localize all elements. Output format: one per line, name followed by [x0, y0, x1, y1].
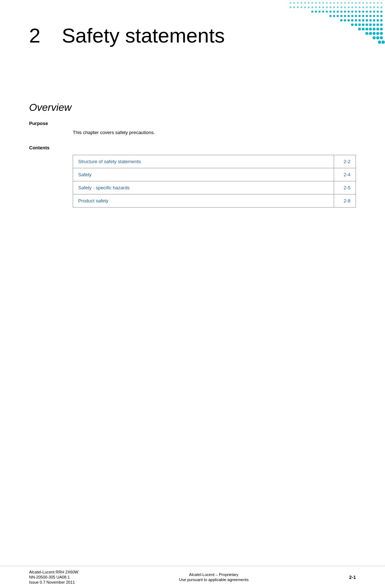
- svg-point-21: [366, 2, 368, 4]
- svg-point-85: [377, 15, 379, 17]
- svg-point-100: [355, 24, 357, 26]
- logo-dots: [283, 0, 385, 58]
- table-cell-label[interactable]: Structure of safety statements: [73, 155, 334, 168]
- svg-point-111: [369, 28, 372, 31]
- svg-point-81: [362, 15, 364, 17]
- footer: Alcatel-Lucent RRH 2X60W NN-20500-305 UA…: [0, 566, 385, 588]
- svg-point-18: [355, 2, 357, 4]
- footer-page-number: 2-1: [349, 575, 356, 580]
- svg-point-32: [312, 7, 313, 8]
- footer-left-line1: Alcatel-Lucent RRH 2X60W: [29, 570, 79, 574]
- svg-point-8: [319, 2, 321, 4]
- svg-point-14: [341, 2, 342, 4]
- svg-point-84: [373, 15, 375, 17]
- svg-point-101: [358, 24, 361, 26]
- svg-point-31: [308, 7, 310, 8]
- svg-point-68: [369, 11, 372, 13]
- table-row: Safety2-4: [73, 168, 356, 181]
- footer-left-line3: Issue 0.7 November 2011: [29, 580, 79, 584]
- svg-point-82: [366, 15, 368, 17]
- svg-point-28: [297, 7, 299, 8]
- svg-point-121: [376, 36, 379, 39]
- svg-point-105: [373, 24, 376, 26]
- svg-point-16: [348, 2, 350, 4]
- svg-point-4: [304, 2, 306, 4]
- svg-point-92: [358, 19, 361, 21]
- svg-point-124: [382, 41, 385, 44]
- svg-point-87: [340, 19, 342, 21]
- svg-point-60: [340, 11, 342, 13]
- table-cell-label[interactable]: Safety: [73, 168, 334, 181]
- svg-point-76: [344, 15, 346, 17]
- svg-point-39: [337, 7, 339, 8]
- svg-point-71: [380, 11, 382, 13]
- svg-point-73: [333, 15, 335, 17]
- svg-point-11: [330, 2, 332, 4]
- contents-label: Contents: [29, 145, 356, 150]
- svg-point-118: [376, 32, 379, 35]
- chapter-number: 2: [29, 25, 47, 46]
- table-cell-label[interactable]: Product safety: [73, 194, 334, 207]
- svg-point-96: [373, 19, 375, 21]
- table-row: Safety - specific hazards2-5: [73, 181, 356, 194]
- svg-point-7: [315, 2, 317, 4]
- svg-point-47: [366, 7, 368, 8]
- svg-point-55: [322, 11, 324, 13]
- svg-point-109: [362, 28, 365, 31]
- svg-point-40: [341, 7, 342, 8]
- svg-point-80: [358, 15, 361, 17]
- svg-point-30: [304, 7, 306, 8]
- svg-point-24: [377, 2, 379, 4]
- footer-left: Alcatel-Lucent RRH 2X60W NN-20500-305 UA…: [29, 570, 79, 584]
- svg-point-38: [333, 7, 335, 8]
- svg-point-62: [348, 11, 350, 13]
- svg-point-69: [373, 11, 375, 13]
- svg-point-119: [380, 32, 383, 35]
- table-cell-page: 2-4: [334, 168, 356, 181]
- svg-point-20: [362, 2, 364, 4]
- footer-center-line1: Alcatel-Lucent – Proprietary: [179, 572, 248, 577]
- svg-point-19: [359, 2, 361, 4]
- svg-point-113: [376, 28, 379, 31]
- svg-point-99: [351, 24, 354, 26]
- svg-point-33: [315, 7, 317, 8]
- table-cell-page: 2-8: [334, 194, 356, 207]
- svg-point-17: [352, 2, 353, 4]
- svg-point-83: [369, 15, 372, 17]
- svg-point-50: [377, 7, 379, 8]
- svg-point-61: [344, 11, 346, 13]
- svg-point-117: [373, 32, 376, 35]
- svg-point-43: [352, 7, 353, 8]
- svg-point-6: [312, 2, 313, 4]
- svg-point-108: [358, 28, 361, 31]
- svg-point-91: [355, 19, 357, 21]
- footer-left-line2: NN-20500-305 UA08.1: [29, 575, 79, 579]
- svg-point-110: [365, 28, 368, 31]
- svg-point-112: [373, 28, 376, 31]
- purpose-text: This chapter covers safety precautions.: [73, 129, 356, 136]
- svg-point-56: [326, 11, 328, 13]
- svg-point-51: [381, 7, 382, 8]
- svg-point-2: [297, 2, 299, 4]
- svg-point-95: [369, 19, 372, 21]
- svg-point-10: [326, 2, 328, 4]
- svg-point-13: [337, 2, 339, 4]
- svg-point-26: [290, 7, 292, 8]
- svg-point-66: [362, 11, 364, 13]
- svg-point-57: [329, 11, 332, 13]
- svg-point-89: [348, 19, 350, 21]
- svg-point-34: [319, 7, 321, 8]
- svg-point-54: [318, 11, 321, 13]
- svg-point-103: [366, 24, 368, 26]
- svg-point-25: [381, 2, 382, 4]
- header-area: 2 Safety statements: [0, 0, 385, 65]
- svg-point-59: [337, 11, 339, 13]
- content-area: Overview Purpose This chapter covers saf…: [0, 65, 385, 229]
- svg-point-3: [301, 2, 302, 4]
- svg-point-104: [369, 24, 372, 26]
- svg-point-74: [337, 15, 339, 17]
- svg-point-37: [330, 7, 332, 8]
- svg-point-94: [366, 19, 368, 21]
- svg-point-88: [344, 19, 346, 21]
- table-cell-label[interactable]: Safety - specific hazards: [73, 181, 334, 194]
